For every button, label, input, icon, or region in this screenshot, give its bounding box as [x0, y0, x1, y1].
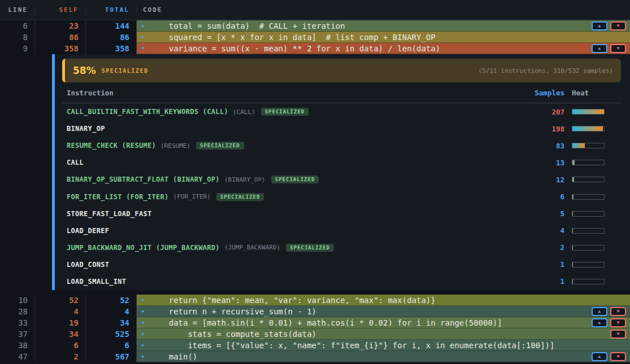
- up-arrow-icon: ▲: [598, 354, 601, 359]
- self-samples: 4: [35, 306, 86, 317]
- instruction-name: LOAD_DEREF: [67, 227, 109, 235]
- self-samples: 23: [35, 20, 86, 32]
- jump-up-button[interactable]: ▲: [592, 21, 607, 30]
- down-arrow-icon: ▼: [617, 309, 620, 314]
- code-cell[interactable]: ▶ return {"mean": mean, "var": variance,…: [137, 295, 630, 306]
- code-row[interactable]: 8 86 86 ▶ squared = [x * x for x in data…: [0, 32, 630, 43]
- expand-toggle-icon[interactable]: ▶: [142, 354, 150, 359]
- code-row[interactable]: 38 6 6 ▶ items = [{"value": x, "name": f…: [0, 340, 630, 351]
- total-samples: 52: [86, 295, 137, 306]
- self-samples: 358: [35, 43, 86, 54]
- expand-toggle-icon[interactable]: ▶: [142, 34, 150, 40]
- jump-down-button[interactable]: ▼: [610, 21, 626, 30]
- up-arrow-icon: ▲: [598, 309, 601, 314]
- code-cell[interactable]: ▶ main() ▲ ▼: [137, 351, 630, 362]
- instruction-row: JUMP_BACKWARD_NO_JIT (JUMP_BACKWARD) (JU…: [62, 239, 621, 256]
- code-row-expanded[interactable]: 9 358 358 ▼ variance = sum((x - mean) **…: [0, 43, 630, 54]
- jump-down-button[interactable]: ▼: [610, 352, 626, 361]
- code-row[interactable]: 6 23 144 ▶ total = sum(data) # CALL + it…: [0, 20, 630, 32]
- jump-down-button[interactable]: ▼: [610, 44, 626, 53]
- expand-toggle-icon[interactable]: ▶: [142, 331, 150, 336]
- line-number: 8: [0, 32, 35, 43]
- specialization-banner: 58% SPECIALIZED (5/11 instructions, 310/…: [62, 59, 621, 82]
- code-row[interactable]: 33 19 34 ▶ data = [math.sin(i * 0.01) + …: [0, 317, 630, 328]
- column-header-total: TOTAL: [86, 6, 137, 14]
- total-samples: 6: [86, 340, 137, 351]
- instruction-name: BINARY_OP: [67, 125, 105, 133]
- instruction-row: BINARY_OP_SUBTRACT_FLOAT (BINARY_OP) (BI…: [62, 171, 621, 188]
- self-samples: 6: [35, 340, 86, 351]
- specialized-badge: SPECIALIZED: [271, 176, 319, 183]
- jump-up-button[interactable]: ▲: [592, 307, 607, 316]
- heat-bar: [572, 228, 605, 234]
- instruction-row: RESUME_CHECK (RESUME) (RESUME) SPECIALIZ…: [62, 137, 621, 154]
- heat-bar-fill: [572, 245, 573, 250]
- code-cell[interactable]: ▶ return n + recursive_sum(n - 1) ▲ ▼: [137, 306, 630, 317]
- instruction-samples: 2: [560, 243, 564, 252]
- instruction-base-name: (CALL): [233, 108, 255, 116]
- jump-up-button[interactable]: ▲: [592, 44, 607, 53]
- row-actions: ▲ ▼: [592, 44, 626, 53]
- jump-down-button[interactable]: ▼: [610, 330, 626, 339]
- heat-bar-fill: [572, 109, 604, 114]
- heat-column-header: Heat: [572, 89, 605, 97]
- total-samples: 34: [86, 317, 137, 328]
- specialization-summary: (5/11 instructions, 310/532 samples): [479, 67, 613, 74]
- instruction-samples: 13: [556, 159, 564, 167]
- jump-up-button[interactable]: ▲: [592, 352, 607, 361]
- instruction-samples: 198: [551, 125, 564, 133]
- expand-toggle-icon[interactable]: ▶: [142, 297, 150, 302]
- code-cell[interactable]: ▶ data = [math.sin(i * 0.01) + math.cos(…: [137, 317, 630, 328]
- total-samples: 144: [86, 20, 137, 32]
- heat-bar-fill: [572, 262, 573, 267]
- instruction-samples: 4: [560, 226, 564, 235]
- line-number: 6: [0, 20, 35, 32]
- code-cell[interactable]: ▶ items = [{"value": x, "name": f"item_{…: [137, 340, 630, 351]
- code-row[interactable]: 28 4 4 ▶ return n + recursive_sum(n - 1)…: [0, 306, 630, 317]
- specialized-badge: SPECIALIZED: [261, 108, 309, 116]
- code-cell[interactable]: ▶ stats = compute_stats(data) ▲ ▼: [137, 328, 630, 340]
- code-cell[interactable]: ▶ squared = [x * x for x in data] # list…: [137, 32, 630, 43]
- column-header-self: SELF: [35, 6, 86, 14]
- instruction-base-name: (FOR_ITER): [173, 193, 211, 200]
- heat-bar-fill: [572, 195, 573, 199]
- total-samples: 358: [86, 43, 137, 54]
- instruction-samples: 12: [556, 176, 564, 184]
- total-samples: 567: [86, 351, 137, 362]
- line-number: 38: [0, 340, 35, 351]
- code-row[interactable]: 47 2 567 ▶ main() ▲ ▼: [0, 351, 630, 362]
- code-text: total = sum(data) # CALL + iteration: [150, 21, 345, 30]
- code-text: data = [math.sin(i * 0.01) + math.cos(i …: [150, 318, 502, 327]
- down-arrow-icon: ▼: [617, 354, 620, 359]
- heat-bar-fill: [572, 212, 573, 216]
- expand-toggle-icon[interactable]: ▶: [142, 309, 150, 314]
- code-cell[interactable]: ▶ total = sum(data) # CALL + iteration ▲…: [137, 20, 630, 32]
- expand-toggle-icon[interactable]: ▶: [142, 320, 150, 325]
- self-samples: 52: [35, 295, 86, 306]
- heat-bar-fill: [572, 229, 573, 233]
- code-text: return {"mean": mean, "var": variance, "…: [150, 296, 436, 305]
- jump-down-button[interactable]: ▼: [610, 307, 626, 316]
- line-number: 37: [0, 328, 35, 340]
- expand-toggle-icon[interactable]: ▶: [142, 23, 150, 28]
- code-cell[interactable]: ▼ variance = sum((x - mean) ** 2 for x i…: [137, 43, 630, 54]
- specialization-percent: 58%: [73, 65, 96, 76]
- expand-toggle-icon[interactable]: ▶: [142, 343, 150, 348]
- instruction-name: CALL_BUILTIN_FAST_WITH_KEYWORDS (CALL): [67, 108, 228, 116]
- instruction-base-name: (JUMP_BACKWARD): [224, 244, 280, 251]
- specialized-badge: SPECIALIZED: [216, 193, 264, 201]
- down-arrow-icon: ▼: [617, 320, 620, 325]
- code-row[interactable]: 10 52 52 ▶ return {"mean": mean, "var": …: [0, 295, 630, 306]
- instruction-row: LOAD_DEREF SPECIALIZED 4: [62, 222, 621, 239]
- line-number: 10: [0, 295, 35, 306]
- instruction-column-header: Instruction: [67, 89, 114, 97]
- panel-content: 58% SPECIALIZED (5/11 instructions, 310/…: [55, 54, 630, 290]
- code-row[interactable]: 37 34 525 ▶ stats = compute_stats(data) …: [0, 328, 630, 340]
- instruction-name: FOR_ITER_LIST (FOR_ITER): [67, 193, 169, 201]
- instruction-name: LOAD_CONST: [67, 261, 109, 269]
- panel-left-gutter: [0, 54, 52, 290]
- jump-up-button[interactable]: ▲: [592, 318, 607, 327]
- collapse-toggle-icon[interactable]: ▼: [142, 46, 150, 51]
- up-arrow-icon: ▲: [598, 46, 601, 51]
- jump-down-button[interactable]: ▼: [610, 318, 626, 327]
